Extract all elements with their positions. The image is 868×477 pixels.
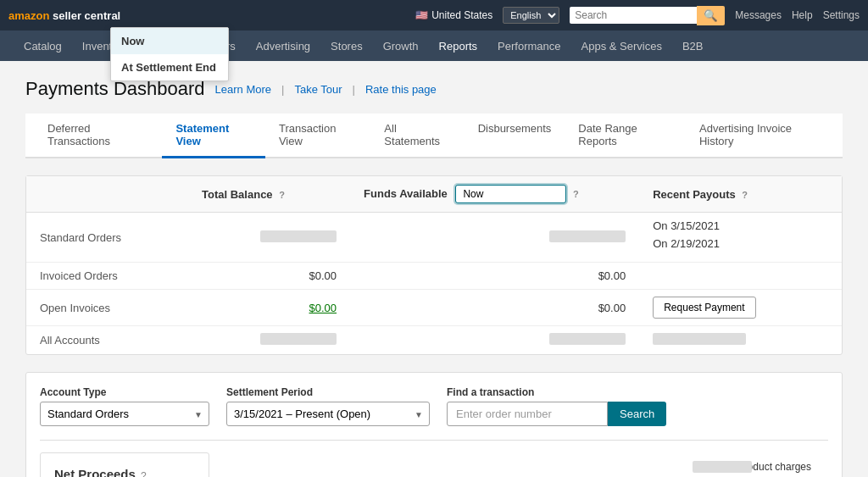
settlement-select[interactable]: 3/15/2021 – Present (Open) xyxy=(226,402,430,426)
rate-page-link[interactable]: Rate this page xyxy=(365,83,437,96)
all-funds-placeholder xyxy=(549,333,626,345)
top-bar: amazon seller central 🇺🇸 United States E… xyxy=(0,0,868,31)
balance-section: Total Balance ? Funds Available Now At S… xyxy=(25,175,843,355)
row-label-standard: Standard Orders xyxy=(26,213,188,263)
nav-b2b[interactable]: B2B xyxy=(672,31,714,61)
row-label-open-invoices: Open Invoices xyxy=(26,290,188,326)
search-input[interactable] xyxy=(570,7,697,24)
open-invoices-total-link[interactable]: $0.00 xyxy=(309,302,337,314)
row-payouts-standard: On 3/15/2021 On 2/19/2021 xyxy=(639,213,842,263)
tab-transaction-view[interactable]: Transaction View xyxy=(265,114,370,158)
total-balance-help-icon[interactable]: ? xyxy=(279,190,285,200)
tabs: Deferred Transactions Statement View Tra… xyxy=(25,114,843,158)
find-transaction-input[interactable] xyxy=(447,402,608,426)
nav-apps-services[interactable]: Apps & Services xyxy=(571,31,672,61)
account-type-label: Account Type xyxy=(40,386,209,398)
nav-advertising[interactable]: Advertising xyxy=(246,31,320,61)
search-icon: 🔍 xyxy=(704,9,718,22)
logo: amazon seller central xyxy=(8,9,120,22)
table-row: Open Invoices $0.00 $0.00 Request Paymen… xyxy=(26,290,842,326)
recent-payouts-help-icon[interactable]: ? xyxy=(742,190,748,200)
settings-link[interactable]: Settings xyxy=(823,9,860,21)
funds-available-help-icon[interactable]: ? xyxy=(573,189,579,199)
chart-row: Net Proceeds ? 3/15/2021 - Present Begin… xyxy=(40,452,828,477)
row-total-open-invoices: $0.00 xyxy=(188,290,350,326)
th-recent-payouts: Recent Payouts ? xyxy=(639,176,842,213)
account-type-group: Account Type Standard Orders Invoiced Or… xyxy=(40,386,209,426)
top-bar-left: amazon seller central xyxy=(8,9,120,22)
th-row-label xyxy=(26,176,188,213)
account-type-select[interactable]: Standard Orders Invoiced Orders xyxy=(40,402,209,426)
learn-more-link[interactable]: Learn More xyxy=(215,83,271,96)
row-payouts-all xyxy=(639,326,842,355)
row-total-invoiced: $0.00 xyxy=(188,263,350,290)
product-charges-placeholder xyxy=(693,461,752,475)
nav-growth[interactable]: Growth xyxy=(373,31,429,61)
net-proceeds-title: Net Proceeds xyxy=(54,467,136,477)
row-payouts-open: Request Payment xyxy=(639,290,842,326)
find-transaction-label: Find a transaction xyxy=(447,386,666,398)
row-total-all xyxy=(188,326,350,355)
row-funds-standard xyxy=(350,213,639,263)
standard-funds-placeholder xyxy=(549,230,626,242)
funds-dropdown-menu: Now At Settlement End xyxy=(110,27,229,81)
net-proceeds-card: Net Proceeds ? 3/15/2021 - Present Begin… xyxy=(40,452,209,477)
funds-dropdown-wrapper: Now At Settlement End xyxy=(455,185,566,203)
dropdown-option-now[interactable]: Now xyxy=(111,28,228,54)
all-payouts-placeholder xyxy=(653,333,746,345)
top-links: Messages Help Settings xyxy=(735,9,860,21)
nav-reports[interactable]: Reports xyxy=(429,31,488,61)
find-transaction-group: Find a transaction Search xyxy=(447,386,666,426)
top-bar-right: 🇺🇸 United States English 🔍 Messages Help… xyxy=(415,6,860,25)
tab-deferred-transactions[interactable]: Deferred Transactions xyxy=(34,114,162,158)
tab-advertising-invoice-history[interactable]: Advertising Invoice History xyxy=(686,114,834,158)
table-row: Standard Orders On 3/15/2021 On 2/19/202… xyxy=(26,213,842,263)
request-payment-button[interactable]: Request Payment xyxy=(653,297,755,319)
row-funds-all xyxy=(350,326,639,355)
page-content: Payments Dashboard Learn More | Take Tou… xyxy=(0,61,868,477)
nav-stores[interactable]: Stores xyxy=(320,31,373,61)
settlement-wrapper: 3/15/2021 – Present (Open) ▼ xyxy=(226,402,430,426)
search-button[interactable]: 🔍 xyxy=(697,6,725,25)
take-tour-link[interactable]: Take Tour xyxy=(294,83,342,96)
row-funds-invoiced: $0.00 xyxy=(350,263,639,290)
settlement-period-group: Settlement Period 3/15/2021 – Present (O… xyxy=(226,386,430,426)
dropdown-option-settlement-end[interactable]: At Settlement End xyxy=(111,54,228,80)
row-funds-open-invoices: $0.00 xyxy=(350,290,639,326)
region-label: United States xyxy=(431,9,492,21)
nav-performance[interactable]: Performance xyxy=(487,31,570,61)
messages-link[interactable]: Messages xyxy=(735,9,782,21)
account-type-wrapper: Standard Orders Invoiced Orders ▼ xyxy=(40,402,209,426)
find-search-button[interactable]: Search xyxy=(608,402,666,426)
th-funds-available: Funds Available Now At Settlement End ? xyxy=(350,176,639,213)
region-selector[interactable]: 🇺🇸 United States xyxy=(415,9,492,21)
funds-available-dropdown[interactable]: Now At Settlement End xyxy=(455,185,566,203)
row-payouts-invoiced xyxy=(639,263,842,290)
search-bar: 🔍 xyxy=(570,6,725,25)
bottom-section: Account Type Standard Orders Invoiced Or… xyxy=(25,372,843,477)
nav-catalog[interactable]: Catalog xyxy=(14,31,72,61)
tab-date-range-reports[interactable]: Date Range Reports xyxy=(565,114,686,158)
all-total-placeholder xyxy=(260,333,337,345)
payout-1: On 3/15/2021 xyxy=(653,219,828,232)
help-link[interactable]: Help xyxy=(792,9,813,21)
standard-total-placeholder xyxy=(260,230,337,242)
chart-area: Product charges xyxy=(209,452,828,477)
th-total-balance: Total Balance ? xyxy=(188,176,350,213)
table-row: All Accounts xyxy=(26,326,842,355)
flag-icon: 🇺🇸 xyxy=(415,9,428,21)
row-total-standard xyxy=(188,213,350,263)
payout-2: On 2/19/2021 xyxy=(653,237,828,250)
tab-statement-view[interactable]: Statement View xyxy=(162,114,265,158)
table-row: Invoiced Orders $0.00 $0.00 xyxy=(26,263,842,290)
divider xyxy=(40,440,828,441)
row-label-all-accounts: All Accounts xyxy=(26,326,188,355)
row-label-invoiced: Invoiced Orders xyxy=(26,263,188,290)
tab-all-statements[interactable]: All Statements xyxy=(370,114,464,158)
filter-row: Account Type Standard Orders Invoiced Or… xyxy=(40,386,828,426)
balance-table: Total Balance ? Funds Available Now At S… xyxy=(26,176,842,354)
find-input-row: Search xyxy=(447,402,666,426)
tab-disbursements[interactable]: Disbursements xyxy=(465,114,565,158)
language-select[interactable]: English xyxy=(503,7,559,24)
net-proceeds-help-icon[interactable]: ? xyxy=(141,470,147,478)
